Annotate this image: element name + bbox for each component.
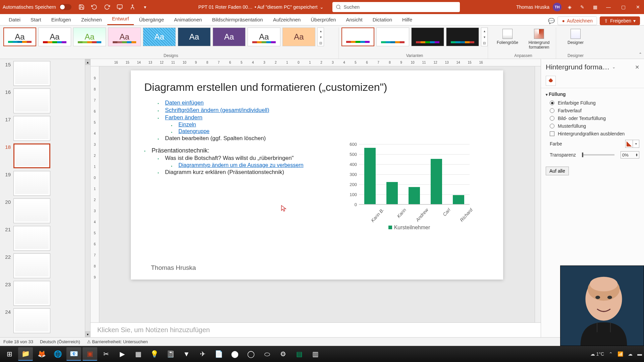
slide-thumbnail-row[interactable]: 21 — [3, 226, 89, 251]
slide-chart[interactable]: 0100200300400500600 Karin B.KarinAndrewC… — [342, 144, 476, 241]
variant-thumb-3[interactable] — [411, 27, 444, 46]
format-pane-collapse-icon[interactable]: ⌄ — [612, 65, 615, 69]
accessibility-checker[interactable]: ⚠ Barrierefreiheit: Untersuchen — [87, 339, 148, 344]
slide-thumbnail-row[interactable]: 18 — [3, 143, 89, 168]
bullet-link[interactable]: Schriftgrößen ändern (gesamt/individuell… — [165, 107, 269, 113]
pen-icon[interactable]: ✎ — [579, 4, 586, 10]
bullet-link[interactable]: Daten einfügen — [165, 100, 204, 106]
hide-bg-checkbox[interactable]: Hintergrundgrafiken ausblenden — [546, 131, 639, 136]
tab-entwurf[interactable]: Entwurf — [107, 14, 134, 25]
theme-thumb-9[interactable]: Aa — [282, 27, 315, 46]
app-icon-5[interactable]: ◯ — [244, 347, 258, 361]
bullet-link[interactable]: Farben ändern — [165, 114, 203, 121]
slide-thumbnail-row[interactable]: 23 — [3, 281, 89, 306]
fill-section-title[interactable]: Füllung — [546, 92, 639, 97]
slide-thumbnail-row[interactable]: 24 — [3, 308, 89, 333]
variant-thumb-4[interactable] — [446, 27, 479, 46]
tab-zeichnen[interactable]: Zeichnen — [76, 15, 107, 25]
user-section[interactable]: Thomas Hruska TH — [516, 3, 561, 11]
variant-thumb-2[interactable] — [376, 27, 409, 46]
minimize-icon[interactable]: — — [605, 4, 612, 10]
theme-thumb-4[interactable]: Aa — [108, 27, 141, 46]
active-slide[interactable]: Diagramm erstellen und formatieren („cus… — [131, 70, 503, 280]
tab-ansicht[interactable]: Ansicht — [341, 15, 367, 25]
bullet-link[interactable]: Datengruppe — [178, 128, 210, 134]
tray-network-icon[interactable]: 📶 — [618, 351, 623, 357]
undo-icon[interactable] — [91, 4, 98, 10]
fill-solid-radio[interactable]: Einfarbige Füllung — [546, 100, 639, 106]
slide-thumbnail-row[interactable]: 17 — [3, 116, 89, 141]
slide-thumbnail-row[interactable]: 16 — [3, 88, 89, 113]
autosave-toggle[interactable]: Automatisches Speichern — [3, 4, 71, 10]
share-button[interactable]: ⇪ Freigeben ▾ — [600, 16, 640, 25]
tray-cloud-icon[interactable]: ☁ — [628, 351, 633, 357]
transparency-slider[interactable] — [582, 154, 614, 156]
tab-datei[interactable]: Datei — [4, 15, 25, 25]
scroll-down-icon[interactable]: ▾ — [85, 331, 90, 337]
onenote-icon[interactable]: 📓 — [163, 347, 178, 361]
save-icon[interactable] — [78, 4, 85, 10]
tab-uebergaenge[interactable]: Übergänge — [135, 15, 169, 25]
slide-counter[interactable]: Folie 18 von 33 — [3, 339, 33, 344]
file-explorer-icon[interactable]: 📁 — [18, 347, 33, 361]
present-from-start-icon[interactable] — [116, 4, 123, 10]
fill-tab-icon[interactable] — [546, 76, 556, 86]
notes-pane[interactable]: Klicken Sie, um Notizen hinzuzufügen — [91, 322, 541, 337]
slide-thumbnail-row[interactable]: 20 — [3, 198, 89, 223]
fill-picture-radio[interactable]: Bild- oder Texturfüllung — [546, 116, 639, 121]
tab-bildschirmpraesentation[interactable]: Bildschirmpräsentation — [207, 15, 268, 25]
slide-thumbnail[interactable] — [13, 143, 50, 168]
thumbnail-scrollbar[interactable]: ▴ ▾ — [85, 59, 90, 337]
maximize-icon[interactable]: ▢ — [620, 4, 627, 10]
variant-gallery-more[interactable]: ▴▾⊟ — [481, 27, 488, 46]
transparency-input[interactable]: 0%▴▾ — [621, 151, 639, 159]
telegram-icon[interactable]: ✈ — [195, 347, 210, 361]
tab-start[interactable]: Start — [26, 15, 46, 25]
excel-icon[interactable]: ▤ — [292, 347, 307, 361]
tab-animationen[interactable]: Animationen — [169, 15, 207, 25]
designer-button[interactable]: Designer — [562, 29, 589, 45]
slide-thumbnail-row[interactable]: 15 — [3, 61, 89, 86]
slide-thumbnail[interactable] — [13, 198, 50, 223]
slide-thumbnail[interactable] — [13, 226, 50, 251]
vlc-icon[interactable]: ▶ — [115, 347, 129, 361]
slide-thumbnail[interactable] — [13, 61, 50, 86]
slide-thumbnail[interactable] — [13, 308, 50, 333]
close-icon[interactable]: ✕ — [635, 4, 641, 10]
slide-thumbnail[interactable] — [13, 281, 50, 306]
theme-thumb-7[interactable]: Aa — [213, 27, 246, 46]
vertical-ruler[interactable]: 9876543210123456789 — [91, 66, 99, 322]
record-button[interactable]: ● Aufzeichnen — [557, 16, 597, 25]
theme-gallery-more[interactable]: ▴▾⊟ — [317, 27, 324, 46]
tab-einfuegen[interactable]: Einfügen — [47, 15, 76, 25]
theme-thumb-3[interactable]: Aa — [73, 27, 106, 46]
app-icon-1[interactable]: ▦ — [131, 347, 146, 361]
redo-icon[interactable] — [104, 4, 110, 10]
toggle-switch-icon[interactable] — [59, 4, 71, 10]
horizontal-ruler[interactable]: 1615141312111098765432101234567891011121… — [91, 59, 541, 66]
ribbon-collapse-icon[interactable]: ⌃ — [639, 52, 642, 57]
app-icon-2[interactable]: 💡 — [147, 347, 162, 361]
outlook-icon[interactable]: 📧 — [66, 347, 81, 361]
format-pane-close-icon[interactable]: ✕ — [635, 64, 639, 70]
slide-thumbnail-row[interactable]: 19 — [3, 171, 89, 196]
chrome-icon[interactable]: 🌐 — [50, 347, 65, 361]
language-indicator[interactable]: Deutsch (Österreich) — [40, 339, 80, 344]
theme-thumb-6[interactable]: Aa — [178, 27, 211, 46]
app-icon-7[interactable]: ▥ — [308, 347, 323, 361]
firefox-icon[interactable]: 🦊 — [34, 347, 49, 361]
weather-widget[interactable]: ☁ 1°C — [590, 351, 604, 357]
theme-thumb-8[interactable]: Aa — [248, 27, 280, 46]
tab-aufzeichnen[interactable]: Aufzeichnen — [268, 15, 306, 25]
theme-thumb-1[interactable]: Aa — [3, 27, 36, 46]
diamond-icon[interactable]: ◈ — [566, 4, 573, 10]
slide-canvas[interactable]: Diagramm erstellen und formatieren („cus… — [99, 66, 535, 322]
slide-thumbnail-row[interactable]: 22 — [3, 253, 89, 278]
variant-thumb-1[interactable] — [341, 27, 374, 46]
accessibility-icon[interactable] — [129, 4, 136, 10]
color-picker-button[interactable]: ▾ — [625, 140, 639, 148]
tab-hilfe[interactable]: Hilfe — [397, 15, 417, 25]
fill-pattern-radio[interactable]: Musterfüllung — [546, 123, 639, 129]
editor-vertical-scrollbar[interactable] — [535, 66, 541, 322]
theme-thumb-5[interactable]: Aa — [143, 27, 176, 46]
